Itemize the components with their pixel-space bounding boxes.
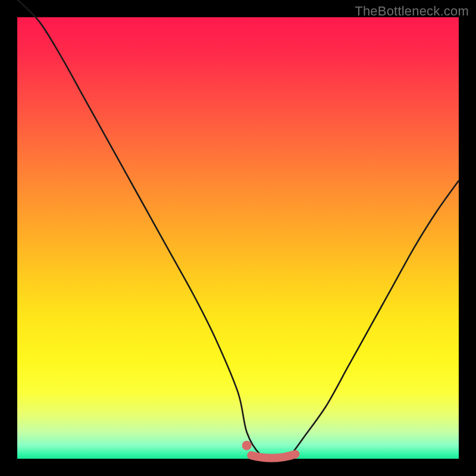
chart-svg [17,17,459,459]
watermark-text: TheBottleneck.com [355,4,469,19]
marker-segment [251,454,295,458]
bottleneck-curve [17,0,459,459]
chart-frame: TheBottleneck.com [0,0,476,476]
chart-plot-area [17,17,459,459]
marker-dot [242,441,252,450]
